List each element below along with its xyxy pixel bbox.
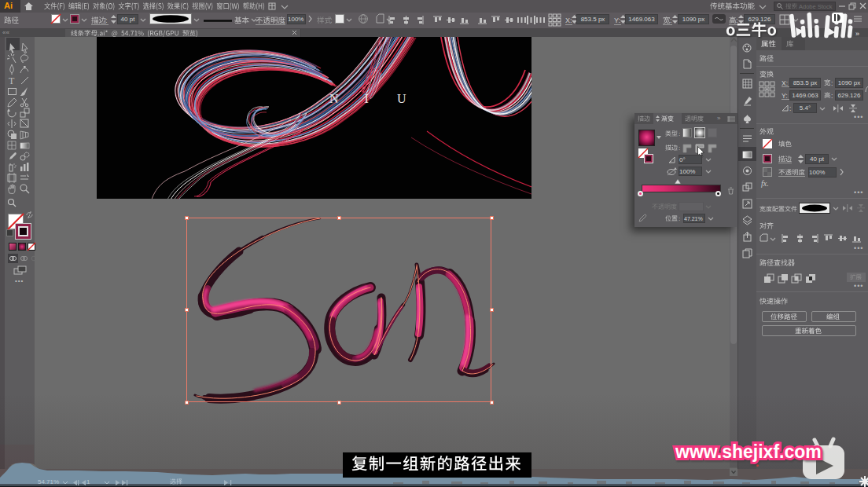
svg-text:T: T <box>9 75 15 86</box>
